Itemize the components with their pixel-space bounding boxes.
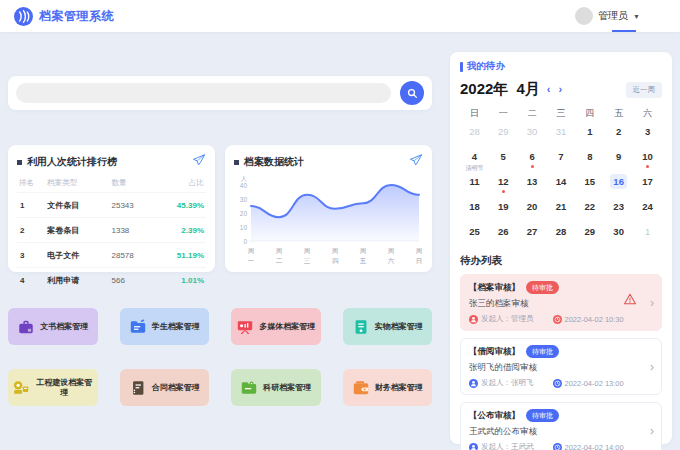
calendar-day-23[interactable]: 23 [604,197,633,222]
calendar-day-29[interactable]: 29 [575,222,604,247]
title-bullet [234,160,239,165]
calendar-day-6[interactable]: 6 [518,147,547,172]
todo-list-title: 待办列表 [460,254,662,268]
calendar-day-4[interactable]: 4 清明节 [460,147,489,172]
calendar-day-8[interactable]: 8 [575,147,604,172]
calendar-day-10[interactable]: 10 [633,147,662,172]
calendar-day-22[interactable]: 22 [575,197,604,222]
calendar-day-1[interactable]: 1 [575,122,604,147]
calendar-day-25[interactable]: 25 [460,222,489,247]
module-tile-7[interactable]: 科研档案管理 [231,369,321,406]
calendar-day-18[interactable]: 18 [460,197,489,222]
svg-text:日: 日 [416,257,423,264]
module-tile-label: 财务档案管理 [375,383,423,393]
count-cell: 28578 [111,243,160,268]
clock-icon [553,315,562,324]
ranking-card: 利用人次统计排行榜 排名 档案类型 数量 占比 1 文件条目 25343 [8,145,215,272]
todo-item-3[interactable]: 【公布审核】 待审批 王武武的公布审核 发起人：王武武 2022-04-02 1… [460,402,662,450]
calendar-day-28[interactable]: 28 [460,122,489,147]
calendar-day-15[interactable]: 15 [575,172,604,197]
user-menu[interactable]: 管理员 ▼ [575,0,666,32]
todo-panel-title: 我的待办 [467,60,505,73]
send-plane-icon[interactable] [409,153,423,171]
ranking-row: 4 利用申请 566 1.01% [17,268,206,293]
projector-icon [236,318,254,336]
col-count: 数量 [111,175,160,193]
module-tile-8[interactable]: 财务档案管理 [343,369,433,406]
calendar-day-2[interactable]: 2 [604,122,633,147]
svg-text:10: 10 [240,224,248,231]
next-month-button[interactable]: › [557,84,563,95]
module-tile-4[interactable]: 实物档案管理 [343,308,433,345]
col-rank: 排名 [17,175,47,193]
svg-text:五: 五 [360,257,367,264]
module-tile-5[interactable]: 工程建设档案管理 [8,369,98,406]
chevron-right-icon: › [650,296,654,310]
briefcase-icon [17,318,35,336]
calendar-day-28[interactable]: 28 [547,222,576,247]
calendar-day-3[interactable]: 3 [633,122,662,147]
machine-icon [12,379,30,397]
svg-text:四: 四 [332,257,339,264]
recent-week-button[interactable]: 近一周 [626,82,663,98]
calendar-day-20[interactable]: 20 [518,197,547,222]
calendar-day-30[interactable]: 30 [604,222,633,247]
module-tile-2[interactable]: 学生档案管理 [120,308,210,345]
send-plane-icon[interactable] [192,153,206,171]
weekday-sat: 六 [633,107,662,120]
rank-cell: 2 [17,218,47,243]
calendar-day-5[interactable]: 5 [489,147,518,172]
calendar-day-19[interactable]: 19 [489,197,518,222]
calendar-week: 18 19 20 21 [460,197,662,222]
prev-month-button[interactable]: ‹ [546,84,552,95]
todo-initiator: 发起人：张明飞 [481,378,534,388]
calendar-day-24[interactable]: 24 [633,197,662,222]
calendar-day-9[interactable]: 9 [604,147,633,172]
calendar-day-16[interactable]: 16 [604,172,633,197]
svg-text:三: 三 [304,257,311,264]
calendar-day-12[interactable]: 12 [489,172,518,197]
svg-text:一: 一 [248,257,255,264]
avatar [575,7,593,25]
calendar-day-27[interactable]: 27 [518,222,547,247]
svg-text:二: 二 [276,257,283,264]
calendar-day-31[interactable]: 31 [547,122,576,147]
calendar-day-30[interactable]: 30 [518,122,547,147]
todo-category: 【档案审核】 [469,282,520,294]
calendar-day-29[interactable]: 29 [489,122,518,147]
chevron-right-icon: › [650,424,654,438]
calendar: 28 29 30 31 [460,122,662,247]
svg-text:周: 周 [388,247,395,254]
active-tab-indicator [612,30,636,32]
todo-item-1[interactable]: 【档案审核】 待审批 张三的档案审核 发起人：管理员 2022-04-02 10… [460,274,662,331]
calendar-day-14[interactable]: 14 [547,172,576,197]
module-tile-1[interactable]: 文书档案管理 [8,308,98,345]
calendar-week: 11 12 13 14 [460,172,662,197]
svg-text:周: 周 [332,247,339,254]
search-button[interactable] [400,81,424,105]
type-cell: 利用申请 [47,268,111,293]
todo-dot [646,165,649,168]
calendar-day-21[interactable]: 21 [547,197,576,222]
calendar-day-17[interactable]: 17 [633,172,662,197]
weekday-tue: 二 [518,107,547,120]
user-name: 管理员 [598,9,628,23]
ranking-row: 1 文件条目 25343 45.39% [17,193,206,218]
module-tile-label: 文书档案管理 [40,322,88,332]
calendar-day-11[interactable]: 11 [460,172,489,197]
module-tile-6[interactable]: 合同档案管理 [120,369,210,406]
module-tile-3[interactable]: 多媒体档案管理 [231,308,321,345]
calendar-day-7[interactable]: 7 [547,147,576,172]
calendar-day-26[interactable]: 26 [489,222,518,247]
search-input[interactable] [16,83,391,103]
todo-item-2[interactable]: 【借阅审核】 待审批 张明飞的借阅审核 发起人：张明飞 2022-04-02 1… [460,338,662,395]
module-tiles-grid: 文书档案管理 学生档案管理 多媒体档案管理 实物档案管理 工程建设档案管理 合同… [8,308,432,406]
calendar-week: 4 清明节 5 6 7 [460,147,662,172]
svg-text:周: 周 [276,247,283,254]
calendar-day-13[interactable]: 13 [518,172,547,197]
top-header: 档案管理系统 管理员 ▼ [0,0,680,32]
calendar-day-1[interactable]: 1 [633,222,662,247]
todo-time: 2022-04-02 10:30 [565,315,624,324]
todo-dot [531,165,534,168]
pct-cell: 1.01% [161,268,206,293]
